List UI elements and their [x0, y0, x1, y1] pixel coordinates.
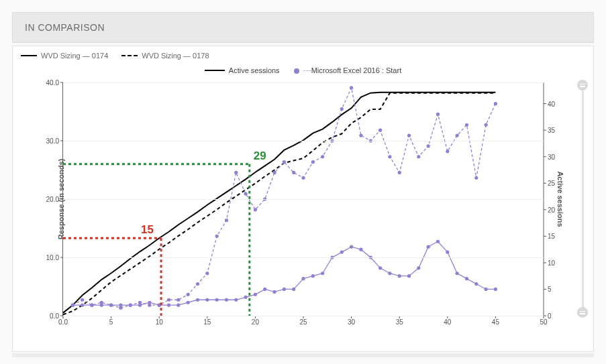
x-tick: 45 — [492, 316, 499, 326]
annotation-green: 29 — [254, 149, 266, 163]
svg-point-61 — [407, 274, 411, 278]
svg-point-84 — [196, 282, 199, 286]
y-right-tick: 5 — [544, 286, 552, 293]
y-left-tick: 10.0 — [46, 254, 63, 261]
svg-point-95 — [301, 176, 305, 180]
y-axis-right-label: Active sessions — [556, 171, 564, 227]
x-tick: 5 — [109, 316, 113, 326]
svg-point-89 — [244, 192, 247, 195]
svg-point-93 — [283, 160, 286, 164]
x-tick: 40 — [444, 316, 451, 326]
x-tick: 20 — [252, 316, 259, 326]
svg-point-41 — [215, 298, 219, 302]
svg-point-67 — [465, 277, 468, 280]
svg-point-45 — [254, 293, 257, 296]
svg-point-92 — [272, 171, 276, 174]
svg-point-71 — [71, 304, 74, 307]
x-tick: 15 — [203, 316, 211, 326]
svg-point-39 — [196, 298, 199, 302]
svg-point-64 — [436, 240, 440, 243]
y-right-tick: 15 — [544, 233, 555, 240]
svg-point-69 — [484, 288, 487, 291]
panel-title: IN COMPARISON — [25, 22, 105, 33]
svg-point-60 — [398, 274, 401, 278]
svg-point-55 — [350, 245, 353, 249]
x-tick: 10 — [156, 316, 163, 326]
svg-point-108 — [427, 144, 430, 147]
legend-series-label: Microsoft Excel 2016 : Start — [311, 66, 402, 74]
svg-point-87 — [225, 219, 228, 222]
legend-run-0174: WVD Sizing — 0174 — [21, 52, 108, 60]
svg-point-86 — [215, 235, 219, 238]
svg-point-65 — [446, 250, 449, 253]
svg-point-46 — [263, 288, 266, 291]
svg-point-81 — [167, 298, 170, 302]
svg-point-36 — [167, 304, 170, 307]
series-line-swatch — [205, 70, 225, 71]
y-left-tick: 40.0 — [46, 79, 63, 86]
svg-point-101 — [359, 133, 362, 137]
svg-point-38 — [187, 301, 190, 304]
svg-point-43 — [234, 298, 238, 302]
series-dotline-swatch — [303, 70, 311, 71]
chart-plot-area: 0.010.020.030.040.005101520253035400.051… — [62, 82, 544, 316]
svg-point-51 — [311, 274, 315, 278]
legend-runs: WVD Sizing — 0174 WVD Sizing — 0178 — [21, 52, 209, 60]
svg-point-88 — [234, 171, 238, 174]
x-tick: 50 — [540, 316, 547, 326]
svg-point-63 — [427, 245, 430, 249]
svg-point-58 — [378, 266, 382, 269]
y-right-tick: 40 — [544, 100, 555, 107]
y-right-tick: 30 — [544, 153, 555, 160]
y-left-tick: 20.0 — [46, 196, 63, 203]
svg-point-74 — [100, 301, 103, 304]
svg-point-52 — [321, 271, 324, 275]
svg-point-94 — [292, 171, 295, 174]
svg-point-76 — [119, 306, 122, 310]
legend-run-label: WVD Sizing — 0178 — [142, 52, 209, 60]
svg-point-40 — [205, 298, 209, 302]
svg-point-83 — [187, 293, 190, 296]
svg-point-54 — [340, 250, 344, 253]
svg-point-66 — [456, 271, 459, 275]
svg-point-42 — [225, 298, 228, 302]
svg-point-27 — [81, 304, 84, 307]
svg-point-44 — [244, 296, 247, 299]
svg-point-110 — [446, 149, 449, 153]
y-right-tick: 25 — [544, 180, 555, 187]
svg-point-77 — [129, 304, 132, 307]
slider-handle-bottom[interactable] — [577, 307, 588, 318]
svg-point-107 — [417, 155, 420, 158]
footer-strip — [12, 353, 594, 357]
svg-point-104 — [388, 155, 391, 158]
annotation-red: 15 — [141, 223, 154, 237]
svg-point-99 — [340, 107, 344, 111]
svg-point-37 — [176, 304, 180, 307]
svg-point-100 — [350, 86, 353, 89]
svg-point-112 — [465, 123, 468, 127]
legend-run-0178: WVD Sizing — 0178 — [121, 52, 209, 60]
svg-point-96 — [311, 160, 315, 164]
y-right-tick: 20 — [544, 206, 555, 213]
svg-point-70 — [494, 288, 497, 291]
x-tick: 30 — [348, 316, 355, 326]
y-left-tick: 30.0 — [46, 137, 63, 145]
svg-point-90 — [254, 208, 257, 211]
y-right-tick: 35 — [544, 127, 555, 134]
right-slider[interactable] — [577, 80, 588, 318]
svg-point-72 — [81, 298, 84, 302]
svg-point-97 — [321, 155, 324, 158]
x-tick: 25 — [299, 316, 307, 326]
svg-point-49 — [292, 288, 295, 291]
legend-run-label: WVD Sizing — 0174 — [41, 52, 108, 60]
slider-handle-top[interactable] — [577, 80, 588, 90]
x-tick: 35 — [396, 316, 403, 326]
svg-point-75 — [109, 304, 113, 307]
svg-point-109 — [436, 113, 440, 116]
legend-series: Active sessions Microsoft Excel 2016 : S… — [13, 66, 593, 74]
svg-point-48 — [283, 288, 286, 291]
y-right-tick: 10 — [544, 259, 555, 266]
svg-point-114 — [484, 123, 487, 127]
svg-point-68 — [474, 282, 478, 286]
legend-series-label: Active sessions — [229, 66, 280, 74]
